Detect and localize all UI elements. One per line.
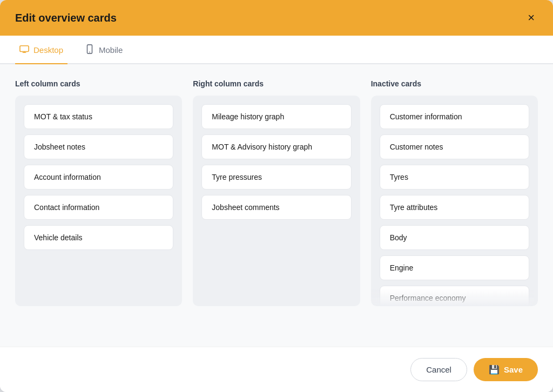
card-item[interactable]: Customer information [380,104,529,129]
left-column-section: Left column cards MOT & tax statusJobshe… [15,79,182,306]
inactive-col-wrap: Customer informationCustomer notesTyresT… [371,96,538,306]
left-column-cards: MOT & tax statusJobsheet notesAccount in… [15,96,182,306]
tab-mobile-label: Mobile [99,45,123,55]
cancel-button[interactable]: Cancel [410,358,467,381]
save-button-label: Save [504,365,523,374]
tabs-bar: Desktop Mobile [0,36,553,64]
card-item[interactable]: Performance economy [380,286,529,306]
mobile-icon [85,44,95,56]
card-item[interactable]: Contact information [24,195,173,220]
left-column-label: Left column cards [15,79,182,88]
inactive-column-label: Inactive cards [371,79,538,88]
card-item[interactable]: Mileage history graph [201,104,351,129]
card-item[interactable]: Customer notes [380,134,529,159]
modal-body: Left column cards MOT & tax statusJobshe… [0,64,553,347]
inactive-column-cards: Customer informationCustomer notesTyresT… [371,96,538,306]
tab-desktop-label: Desktop [33,45,63,55]
right-column-cards: Mileage history graphMOT & Advisory hist… [193,96,360,306]
card-item[interactable]: MOT & Advisory history graph [201,134,351,159]
columns-wrapper: Left column cards MOT & tax statusJobshe… [15,79,538,306]
modal-header: Edit overview cards × [0,0,553,36]
card-item[interactable]: Tyres [380,165,529,190]
save-icon: 💾 [489,364,500,375]
tab-desktop[interactable]: Desktop [15,36,68,64]
desktop-icon [19,44,29,56]
card-item[interactable]: Jobsheet notes [24,134,173,159]
card-item[interactable]: MOT & tax status [24,104,173,129]
card-item[interactable]: Body [380,225,529,250]
card-item[interactable]: Tyre pressures [201,165,351,190]
modal-title: Edit overview cards [15,12,117,24]
close-button[interactable]: × [524,11,538,25]
card-item[interactable]: Tyre attributes [380,195,529,220]
modal-footer: Cancel 💾 Save [0,347,553,392]
edit-overview-cards-modal: Edit overview cards × Desktop Mobile [0,0,553,392]
svg-rect-0 [20,46,29,52]
card-item[interactable]: Engine [380,255,529,280]
save-button[interactable]: 💾 Save [474,358,538,381]
tab-mobile[interactable]: Mobile [80,36,127,64]
inactive-column-section: Inactive cards Customer informationCusto… [371,79,538,306]
card-item[interactable]: Jobsheet comments [201,195,351,220]
svg-point-2 [89,52,90,53]
card-item[interactable]: Vehicle details [24,225,173,250]
right-column-section: Right column cards Mileage history graph… [193,79,360,306]
right-column-label: Right column cards [193,79,360,88]
card-item[interactable]: Account information [24,165,173,190]
